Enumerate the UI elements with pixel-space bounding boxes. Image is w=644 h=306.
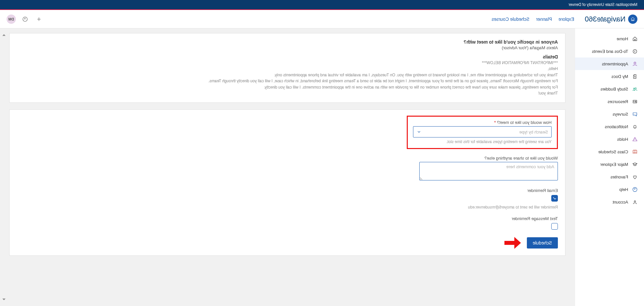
sidebar-item-label: Major Explorer	[600, 162, 628, 167]
help-icon[interactable]	[20, 15, 30, 24]
svg-point-6	[635, 101, 636, 102]
main-content: Anyone in specific you'd like to meet wi…	[0, 28, 575, 306]
advisor-name: Alexis Magaña (Your Advisor)	[17, 45, 558, 50]
appointment-form-card: How would you like to meet? Search by ty…	[9, 109, 565, 256]
svg-point-2	[634, 62, 636, 64]
sidebar-item-help[interactable]: Help	[575, 183, 644, 196]
annotation-arrow-icon	[504, 236, 521, 249]
email-reminder-hint: Reminder will be sent to amoyer6@msudenv…	[17, 205, 558, 210]
svg-point-8	[634, 201, 636, 202]
details-heading: Details	[17, 54, 558, 59]
home-icon	[632, 36, 638, 42]
sidebar-item-label: Notifications	[605, 124, 628, 129]
sidebar-item-label: Holds	[617, 137, 628, 142]
sidebar-item-studybuddies[interactable]: Study Buddies	[575, 83, 644, 95]
university-name: Metropolitan State University of Denver	[7, 2, 637, 7]
sidebar-item-major-explorer[interactable]: Major Explorer	[575, 158, 644, 171]
scrollbar-arrows	[2, 33, 6, 301]
comments-label: Would you like to share anything else?	[17, 156, 558, 161]
meeting-type-label: How would you like to meet?	[413, 120, 552, 125]
sidebar-item-label: Favorites	[611, 174, 628, 179]
text-reminder-label: Text Message Reminder	[17, 216, 558, 221]
sidebar-item-account[interactable]: Account	[575, 196, 644, 208]
sidebar-item-label: Resources	[608, 99, 628, 104]
nav-planner[interactable]: Planner	[536, 17, 552, 22]
advisor-details-card: Anyone in specific you'd like to meet wi…	[9, 33, 565, 103]
chat-icon	[632, 111, 638, 117]
chevron-down-icon	[417, 130, 421, 134]
brand-logo[interactable]: Navigate360	[585, 15, 637, 24]
email-reminder-label: Email Reminder	[17, 188, 558, 193]
sidebar-item-label: My Docs	[611, 74, 628, 79]
heart-icon	[632, 174, 638, 180]
sidebar-item-favorites[interactable]: Favorites	[575, 171, 644, 183]
sidebar-item-label: Study Buddies	[600, 87, 628, 92]
brand-icon	[628, 15, 637, 24]
email-reminder-checkbox[interactable]	[551, 195, 558, 202]
sidebar: Home To-Dos and Events Appointments My D…	[575, 28, 644, 306]
document-icon	[632, 73, 638, 79]
sidebar-item-home[interactable]: Home	[575, 32, 644, 45]
text-reminder-checkbox[interactable]	[551, 223, 558, 230]
dropdown-placeholder: Search by type	[519, 130, 548, 134]
sidebar-item-label: Class Schedule	[598, 149, 628, 154]
sidebar-item-label: Account	[613, 200, 628, 205]
sidebar-item-mydocs[interactable]: My Docs	[575, 70, 644, 83]
app-header: Navigate360 Explore Planner Schedule Cou…	[0, 10, 644, 28]
people-icon	[632, 86, 638, 92]
question-icon	[632, 186, 638, 192]
nav-schedule-courses[interactable]: Schedule Courses	[492, 17, 529, 22]
details-body: ***IMPORTANT INFORMATION BELOW*** Hello,…	[17, 60, 558, 96]
svg-point-3	[635, 88, 636, 89]
bell-icon	[632, 124, 638, 130]
account-icon	[632, 199, 638, 205]
add-button[interactable]	[34, 15, 44, 24]
comments-textarea[interactable]	[419, 162, 558, 180]
clock-check-icon	[632, 48, 638, 54]
user-avatar[interactable]: DM	[7, 15, 16, 24]
sidebar-item-surveys[interactable]: Surveys	[575, 108, 644, 120]
top-nav: Explore Planner Schedule Courses	[492, 17, 574, 22]
id-icon	[632, 98, 638, 104]
sidebar-item-resources[interactable]: Resources	[575, 95, 644, 108]
sidebar-item-label: Surveys	[613, 112, 628, 117]
sidebar-item-label: Home	[617, 36, 628, 41]
sidebar-item-todos[interactable]: To-Dos and Events	[575, 45, 644, 57]
nav-explore[interactable]: Explore	[559, 17, 574, 22]
schedule-button[interactable]: Schedule	[527, 237, 558, 249]
graduation-icon	[632, 161, 638, 167]
sidebar-item-label: Help	[619, 187, 628, 192]
sidebar-item-class-schedule[interactable]: Class Schedule	[575, 145, 644, 158]
sidebar-item-appointments[interactable]: Appointments	[575, 57, 644, 70]
sidebar-item-label: To-Dos and Events	[592, 49, 628, 54]
sidebar-item-notifications[interactable]: Notifications	[575, 120, 644, 133]
advisor-question-title: Anyone in specific you'd like to meet wi…	[17, 39, 558, 45]
book-icon	[632, 149, 638, 155]
sidebar-item-label: Appointments	[602, 61, 628, 66]
sidebar-item-holds[interactable]: Holds	[575, 133, 644, 145]
warning-icon	[632, 136, 638, 142]
university-topbar: Metropolitan State University of Denver	[0, 0, 644, 9]
annotation-highlight: How would you like to meet? Search by ty…	[407, 116, 558, 149]
person-icon	[632, 61, 638, 67]
meeting-type-hint: You are seeing the meeting types availab…	[413, 139, 552, 144]
check-icon	[552, 196, 557, 201]
svg-point-4	[633, 88, 635, 89]
meeting-type-dropdown[interactable]: Search by type	[413, 126, 552, 137]
